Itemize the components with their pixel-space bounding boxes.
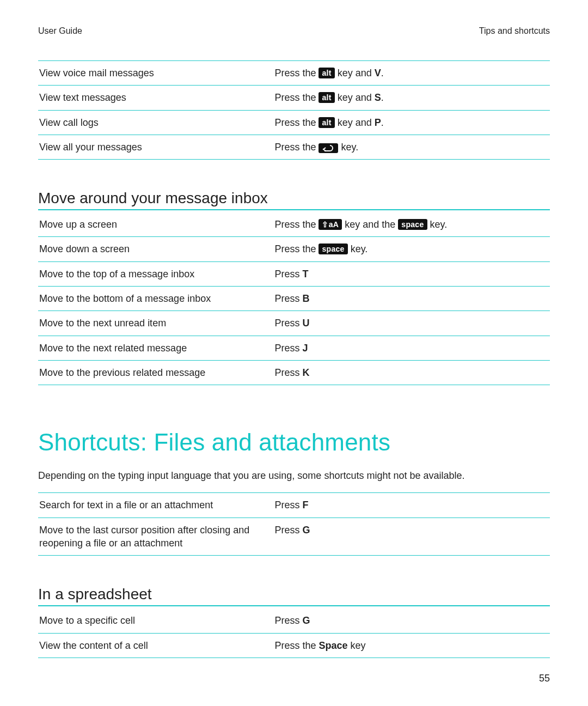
shortcut-table-view-messages: View voice mail messages Press the alt k…	[38, 60, 550, 160]
table-row: View text messages Press the alt key and…	[38, 86, 550, 110]
table-row: Move to the previous related message Pre…	[38, 360, 550, 385]
shortcut-text: Press the Space key	[273, 633, 550, 658]
table-row: Move to the next unread item Press U	[38, 311, 550, 336]
shortcut-text: Press J	[273, 336, 550, 360]
shortcut-table-move-inbox: Move up a screen Press the ⇧aA key and t…	[38, 212, 550, 385]
text-fragment: Press the	[274, 142, 318, 153]
text-fragment: Press	[274, 367, 302, 378]
action-text: Move to the top of a message inbox	[38, 261, 273, 286]
table-row: Move to the bottom of a message inbox Pr…	[38, 287, 550, 311]
text-fragment: Press the	[274, 640, 318, 651]
text-fragment: key	[347, 640, 365, 651]
shortcut-text: Press the key.	[273, 135, 550, 159]
action-text: View text messages	[38, 86, 273, 110]
table-row: Move to the top of a message inbox Press…	[38, 261, 550, 286]
table-row: Move to a specific cell Press G	[38, 608, 550, 633]
key-letter: G	[302, 615, 310, 626]
text-fragment: Press the	[274, 244, 318, 254]
table-row: Move up a screen Press the ⇧aA key and t…	[38, 212, 550, 237]
action-text: Move to a specific cell	[38, 608, 273, 633]
action-text: Move to the last cursor position after c…	[38, 518, 273, 556]
text-fragment: Press the	[274, 68, 318, 78]
text-fragment: Press	[274, 318, 302, 328]
alt-key-icon: alt	[318, 117, 334, 128]
text-fragment: key.	[341, 142, 358, 153]
shortcut-table-files: Search for text in a file or an attachme…	[38, 492, 550, 556]
text-fragment: Press	[274, 293, 302, 304]
key-letter: T	[302, 269, 308, 279]
table-row: View all your messages Press the key.	[38, 135, 550, 159]
key-letter: U	[302, 318, 309, 328]
text-fragment: key.	[351, 244, 368, 254]
table-row: Move down a screen Press the space key.	[38, 237, 550, 261]
action-text: Move up a screen	[38, 212, 273, 237]
table-row: View call logs Press the alt key and P.	[38, 110, 550, 135]
table-row: Move to the last cursor position after c…	[38, 518, 550, 556]
key-letter: P	[375, 117, 381, 128]
text-fragment: Press the	[274, 117, 318, 128]
key-letter: G	[302, 525, 310, 535]
section-heading-move-inbox: Move around your message inbox	[38, 190, 550, 210]
shortcut-text: Press T	[273, 261, 550, 286]
shortcut-text: Press B	[273, 287, 550, 311]
shortcut-text: Press G	[273, 518, 550, 556]
text-fragment: Press the	[274, 92, 318, 103]
action-text: Search for text in a file or an attachme…	[38, 493, 273, 518]
table-row: Search for text in a file or an attachme…	[38, 493, 550, 518]
shortcut-text: Press G	[273, 608, 550, 633]
key-letter: Space	[318, 640, 347, 651]
shortcut-text: Press F	[273, 493, 550, 518]
action-text: Move to the previous related message	[38, 360, 273, 385]
key-letter: K	[302, 367, 309, 378]
alt-key-icon: alt	[318, 68, 334, 78]
table-row: View voice mail messages Press the alt k…	[38, 61, 550, 86]
page-number: 55	[539, 673, 550, 684]
back-key-icon	[318, 143, 338, 153]
key-letter: S	[375, 92, 381, 103]
header-right: Tips and shortcuts	[479, 26, 550, 36]
text-fragment: key.	[430, 219, 448, 230]
action-text: View the content of a cell	[38, 633, 273, 658]
text-fragment: key and the	[345, 219, 398, 230]
space-key-icon: space	[398, 219, 427, 230]
shortcut-text: Press U	[273, 311, 550, 336]
action-text: Move to the bottom of a message inbox	[38, 287, 273, 311]
text-fragment: key and	[338, 68, 375, 78]
text-fragment: Press	[274, 500, 302, 510]
action-text: Move to the next related message	[38, 336, 273, 360]
action-text: Move down a screen	[38, 237, 273, 261]
page-header: User Guide Tips and shortcuts	[38, 26, 550, 36]
space-key-icon: space	[318, 244, 347, 254]
table-row: View the content of a cell Press the Spa…	[38, 633, 550, 658]
text-fragment: Press	[274, 525, 302, 535]
shortcut-text: Press the space key.	[273, 237, 550, 261]
key-letter: V	[375, 68, 381, 78]
text-fragment: Press	[274, 343, 302, 354]
shortcut-text: Press the alt key and V.	[273, 61, 550, 86]
key-letter: F	[302, 500, 308, 510]
action-text: Move to the next unread item	[38, 311, 273, 336]
action-text: View voice mail messages	[38, 61, 273, 86]
shortcut-table-spreadsheet: Move to a specific cell Press G View the…	[38, 608, 550, 658]
action-text: View call logs	[38, 110, 273, 135]
section-intro-text: Depending on the typing input language t…	[38, 469, 550, 483]
section-heading-files-attachments: Shortcuts: Files and attachments	[38, 429, 550, 456]
action-text: View all your messages	[38, 135, 273, 159]
page: User Guide Tips and shortcuts View voice…	[0, 0, 588, 706]
text-fragment: Press	[274, 615, 302, 626]
alt-key-icon: alt	[318, 92, 334, 103]
shortcut-text: Press the alt key and P.	[273, 110, 550, 135]
key-letter: J	[302, 343, 308, 354]
text-fragment: Press	[274, 269, 302, 279]
section-heading-spreadsheet: In a spreadsheet	[38, 586, 550, 606]
shift-key-icon: ⇧aA	[318, 219, 342, 230]
header-left: User Guide	[38, 26, 82, 36]
table-row: Move to the next related message Press J	[38, 336, 550, 360]
text-fragment: Press the	[274, 219, 318, 230]
shortcut-text: Press K	[273, 360, 550, 385]
text-fragment: key and	[338, 117, 375, 128]
text-fragment: key and	[338, 92, 375, 103]
key-letter: B	[302, 293, 309, 304]
shortcut-text: Press the alt key and S.	[273, 86, 550, 110]
shortcut-text: Press the ⇧aA key and the space key.	[273, 212, 550, 237]
